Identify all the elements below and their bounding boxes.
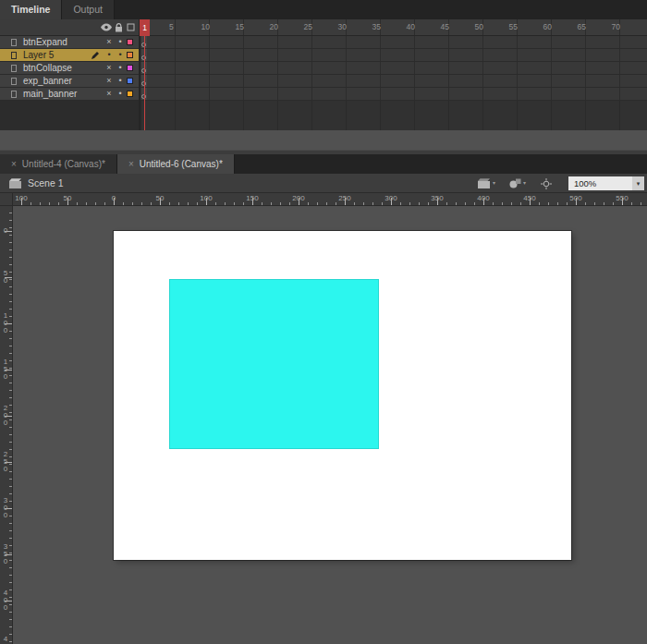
tab-timeline[interactable]: Timeline <box>0 0 62 19</box>
document-tab-label: Untitled-4 (Canvas)* <box>22 159 105 169</box>
layer-lock-toggle[interactable]: • <box>115 49 126 62</box>
layer-frames[interactable] <box>140 62 647 75</box>
layer-type-icon <box>11 65 17 72</box>
zoom-select[interactable]: 100% <box>568 176 632 190</box>
layer-visibility-toggle[interactable]: × <box>104 62 115 75</box>
layer-frames[interactable] <box>140 75 647 88</box>
layer-outline-color[interactable] <box>127 91 133 97</box>
layer-list-empty-area <box>0 101 139 130</box>
frame-number-label: 30 <box>338 22 347 31</box>
layer-outline-color[interactable] <box>127 65 133 71</box>
ruler-label: 450 <box>523 194 535 202</box>
edit-symbols-button[interactable]: ▾ <box>509 178 526 188</box>
layer-type-icon <box>11 39 17 46</box>
layer-name-cell[interactable]: btnExpand×• <box>0 36 139 49</box>
tab-output[interactable]: Output <box>62 0 115 19</box>
layer-name-cell[interactable]: main_banner×• <box>0 88 139 101</box>
stage-canvas[interactable] <box>114 231 571 560</box>
ruler-label: 250 <box>2 451 9 473</box>
zoom-dropdown-arrow[interactable]: ▾ <box>632 176 644 190</box>
ruler-label: 150 <box>2 358 9 381</box>
frame-number-label: 20 <box>270 22 278 31</box>
layer-name-cell[interactable]: btnCollapse×• <box>0 62 139 75</box>
layer-outline-color[interactable] <box>127 78 133 84</box>
show-hide-all-layers-button[interactable] <box>101 23 112 31</box>
frame-number-label: 70 <box>612 22 620 31</box>
layer-row-btnexpand[interactable]: btnExpand×• <box>0 36 647 49</box>
layer-row-btncollapse[interactable]: btnCollapse×• <box>0 62 647 75</box>
layer-frames[interactable] <box>140 36 647 49</box>
layer-type-icon <box>11 52 17 59</box>
layer-type-icon <box>11 78 17 85</box>
layer-name-cell[interactable]: exp_banner×• <box>0 75 139 88</box>
layer-name[interactable]: btnExpand <box>23 37 67 47</box>
layer-visibility-toggle[interactable]: • <box>104 49 115 62</box>
stage-pasteboard[interactable] <box>13 206 647 644</box>
outline-all-layers-button[interactable] <box>127 23 135 31</box>
ruler-label: 450 <box>2 636 9 644</box>
frame-number-label: 10 <box>201 22 210 31</box>
ruler-label: 100 <box>200 194 212 202</box>
vertical-ruler[interactable]: 050100150200250300350400450 <box>0 206 13 644</box>
ruler-label: 150 <box>246 194 258 202</box>
layer-outline-color[interactable] <box>127 39 133 45</box>
chevron-down-icon: ▾ <box>493 180 495 186</box>
layer-lock-toggle[interactable]: • <box>115 88 126 101</box>
frame-number-label: 25 <box>304 22 312 31</box>
cyan-rectangle-shape[interactable] <box>169 279 379 449</box>
frame-number-label: 55 <box>509 22 518 31</box>
ruler-label: 300 <box>385 194 397 202</box>
ruler-label: 550 <box>616 194 628 202</box>
layer-visibility-toggle[interactable]: × <box>104 75 115 88</box>
center-stage-button[interactable] <box>541 178 552 189</box>
ruler-label: 50 <box>64 194 72 202</box>
frame-ruler[interactable]: 510152025303540455055606570 <box>140 19 647 36</box>
layer-row-main_banner[interactable]: main_banner×• <box>0 88 647 101</box>
layer-lock-toggle[interactable]: • <box>115 36 126 49</box>
edit-scene-button[interactable]: ▾ <box>478 178 495 188</box>
layer-name[interactable]: main_banner <box>23 89 77 99</box>
layer-name-cell[interactable]: Layer 5•• <box>0 49 139 62</box>
ruler-label: 250 <box>338 194 350 202</box>
scene-icon <box>9 178 22 188</box>
layer-frames[interactable] <box>140 88 647 101</box>
ruler-label: 0 <box>112 194 116 202</box>
chevron-down-icon: ▾ <box>523 180 526 186</box>
ruler-label: 0 <box>2 227 9 235</box>
close-icon[interactable]: × <box>11 159 17 169</box>
playhead[interactable]: 1 <box>140 19 150 36</box>
close-icon[interactable]: × <box>128 159 134 169</box>
document-tab-untitled-4[interactable]: × Untitled-4 (Canvas)* <box>0 154 117 174</box>
layer-outline-color[interactable] <box>127 52 133 58</box>
ruler-label: 350 <box>431 194 443 202</box>
ruler-corner <box>0 193 13 206</box>
document-tab-untitled-6[interactable]: × Untitled-6 (Canvas)* <box>117 154 235 174</box>
layer-type-icon <box>11 91 17 98</box>
frame-number-label: 50 <box>475 22 483 31</box>
layer-column-header <box>0 19 139 36</box>
document-tab-bar: × Untitled-4 (Canvas)* × Untitled-6 (Can… <box>0 154 647 174</box>
layer-lock-toggle[interactable]: • <box>115 75 126 88</box>
ruler-label: 100 <box>2 312 9 334</box>
layer-name[interactable]: btnCollapse <box>23 63 72 73</box>
layer-visibility-toggle[interactable]: × <box>104 88 115 101</box>
playhead-line[interactable] <box>144 19 145 130</box>
layer-visibility-toggle[interactable]: × <box>104 36 115 49</box>
pencil-icon <box>91 51 100 60</box>
frame-number-label: 35 <box>372 22 381 31</box>
layer-frames[interactable] <box>140 49 647 62</box>
ruler-major-ticks <box>13 198 647 205</box>
ruler-label: 50 <box>156 194 165 202</box>
ruler-label: 100 <box>15 194 27 202</box>
layer-name[interactable]: Layer 5 <box>23 50 54 60</box>
layer-name[interactable]: exp_banner <box>23 76 72 86</box>
lock-all-layers-button[interactable] <box>115 23 123 32</box>
zoom-control: 100% ▾ <box>568 176 644 190</box>
ruler-label: 50 <box>2 270 9 285</box>
layer-lock-toggle[interactable]: • <box>115 62 126 75</box>
horizontal-ruler[interactable]: 10050050100150200250300350400450500550 <box>13 193 647 206</box>
layer-row-layer-5[interactable]: Layer 5•• <box>0 49 647 62</box>
layer-row-exp_banner[interactable]: exp_banner×• <box>0 75 647 88</box>
frame-grid-empty-area[interactable] <box>140 101 647 130</box>
document-tab-label: Untitled-6 (Canvas)* <box>140 159 223 169</box>
